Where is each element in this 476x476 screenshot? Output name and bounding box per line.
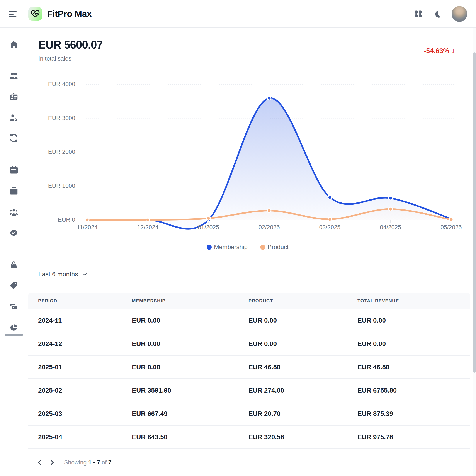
pagination-status: Showing 1 - 7 of 7 <box>64 459 112 466</box>
y-axis-tick-label: EUR 2000 <box>25 149 75 156</box>
next-page-button[interactable] <box>46 456 58 469</box>
sidebar-item-user-settings[interactable] <box>9 113 18 123</box>
table-cell: 2025-02 <box>38 387 132 394</box>
y-axis-tick-label: EUR 4000 <box>25 81 75 88</box>
sidebar-item-shop[interactable] <box>9 260 18 270</box>
sidebar-item-payments[interactable] <box>9 302 18 311</box>
total-sales-value: EUR 5600.07 <box>38 38 103 51</box>
line-chart-canvas <box>85 76 456 229</box>
sidebar-divider <box>4 158 23 158</box>
pagination-range: 1 - 7 <box>88 459 100 466</box>
pagination-total: 7 <box>108 459 112 466</box>
x-axis-tick-label: 04/2025 <box>370 224 411 231</box>
divider <box>35 262 466 262</box>
table-cell: EUR 0.00 <box>248 340 357 347</box>
y-axis-tick-label: EUR 3000 <box>25 115 75 122</box>
avatar[interactable] <box>452 6 467 22</box>
sidebar-item-calendar[interactable] <box>9 165 18 175</box>
legend-label: Product <box>268 244 289 251</box>
sidebar-item-group[interactable] <box>9 208 18 217</box>
scrollbar-thumb[interactable] <box>473 52 476 373</box>
legend-item-membership[interactable]: Membership <box>207 244 248 251</box>
table-row: 2025-02EUR 3591.90EUR 274.00EUR 6755.80 <box>28 379 470 402</box>
table-cell: 2024-11 <box>38 317 132 324</box>
scrollbar-track <box>473 28 476 476</box>
home-icon <box>9 40 18 50</box>
table-cell: 2025-04 <box>38 433 132 441</box>
table-cell: EUR 46.80 <box>357 363 470 371</box>
chevron-left-icon <box>36 459 44 466</box>
legend-dot-icon <box>260 245 265 250</box>
sidebar-item-clipboard[interactable] <box>9 186 18 196</box>
y-axis-tick-label: EUR 0 <box>25 216 75 223</box>
sidebar-item-id-badge[interactable] <box>9 92 18 101</box>
x-axis-tick-label: 03/2025 <box>309 224 350 231</box>
change-badge: -54.63% ↓ <box>424 47 455 55</box>
group-icon <box>9 208 18 217</box>
chevron-right-icon <box>48 459 56 466</box>
table-cell: EUR 0.00 <box>132 317 248 324</box>
table-cell: 2025-01 <box>38 363 132 371</box>
table-cell: EUR 0.00 <box>357 340 470 347</box>
revenue-table: PERIODMEMBERSHIPPRODUCTTOTAL REVENUE 202… <box>28 293 470 449</box>
period-filter-label: Last 6 months <box>38 271 78 278</box>
legend-dot-icon <box>207 245 212 250</box>
table-pagination: Showing 1 - 7 of 7 <box>28 452 470 473</box>
header-actions <box>413 0 467 28</box>
change-percent: -54.63% <box>424 47 449 55</box>
sidebar-nav <box>0 28 27 476</box>
legend-label: Membership <box>214 244 248 251</box>
sidebar-item-home[interactable] <box>9 40 18 50</box>
chart-legend: MembershipProduct <box>27 244 468 251</box>
legend-item-product[interactable]: Product <box>260 244 289 251</box>
x-axis-tick-label: 02/2025 <box>248 224 290 231</box>
dashboard-page: FitPro Max <box>0 0 476 476</box>
table-cell: 2025-03 <box>38 410 132 417</box>
table-cell: EUR 3591.90 <box>132 387 248 394</box>
sidebar-item-tags[interactable] <box>9 280 18 290</box>
table-cell: EUR 274.00 <box>248 387 357 394</box>
table-row: 2025-01EUR 0.00EUR 46.80EUR 46.80 <box>28 356 470 379</box>
arrow-down-icon: ↓ <box>452 47 455 55</box>
table-row: 2024-12EUR 0.00EUR 0.00EUR 0.00 <box>28 332 470 356</box>
moon-icon[interactable] <box>432 9 442 19</box>
calendar-icon <box>9 165 18 175</box>
sidebar-item-sync[interactable] <box>9 133 18 143</box>
heart-pulse-logo-icon <box>30 8 40 19</box>
column-header: PRODUCT <box>248 298 357 303</box>
table-header-row: PERIODMEMBERSHIPPRODUCTTOTAL REVENUE <box>28 293 470 309</box>
sidebar-item-reports[interactable] <box>9 323 18 333</box>
x-axis-tick-label: 01/2025 <box>188 224 229 231</box>
id-badge-icon <box>9 92 18 101</box>
check-circle-icon <box>9 228 18 238</box>
chevron-down-icon <box>82 271 88 278</box>
members-icon <box>9 71 18 81</box>
sidebar-item-check[interactable] <box>9 228 18 238</box>
table-body: 2024-11EUR 0.00EUR 0.00EUR 0.002024-12EU… <box>28 309 470 449</box>
y-axis-tick-label: EUR 1000 <box>25 183 75 190</box>
period-filter-dropdown[interactable]: Last 6 months <box>38 271 88 278</box>
table-cell: EUR 975.78 <box>357 433 470 441</box>
total-sales-subtitle: In total sales <box>38 55 71 62</box>
table-cell: EUR 20.70 <box>248 410 357 417</box>
table-row: 2025-03EUR 667.49EUR 20.70EUR 875.39 <box>28 402 470 426</box>
wallet-icon <box>9 302 18 311</box>
table-cell: EUR 667.49 <box>132 410 248 417</box>
table-cell: EUR 643.50 <box>132 433 248 441</box>
grid-apps-icon[interactable] <box>413 9 423 19</box>
sidebar-active-indicator <box>5 334 23 336</box>
table-cell: EUR 320.58 <box>248 433 357 441</box>
table-cell: EUR 0.00 <box>132 363 248 371</box>
x-axis-tick-label: 11/2024 <box>67 224 108 231</box>
prev-page-button[interactable] <box>34 456 46 469</box>
sync-icon <box>9 133 18 143</box>
sales-chart <box>85 76 456 229</box>
column-header: MEMBERSHIP <box>132 298 248 303</box>
app-header: FitPro Max <box>0 0 476 28</box>
menu-icon[interactable] <box>9 10 18 18</box>
app-logo[interactable] <box>28 7 42 21</box>
sidebar-item-members[interactable] <box>9 71 18 81</box>
column-header: TOTAL REVENUE <box>357 298 470 303</box>
x-axis-tick-label: 05/2025 <box>430 224 472 231</box>
pie-chart-icon <box>9 323 18 333</box>
